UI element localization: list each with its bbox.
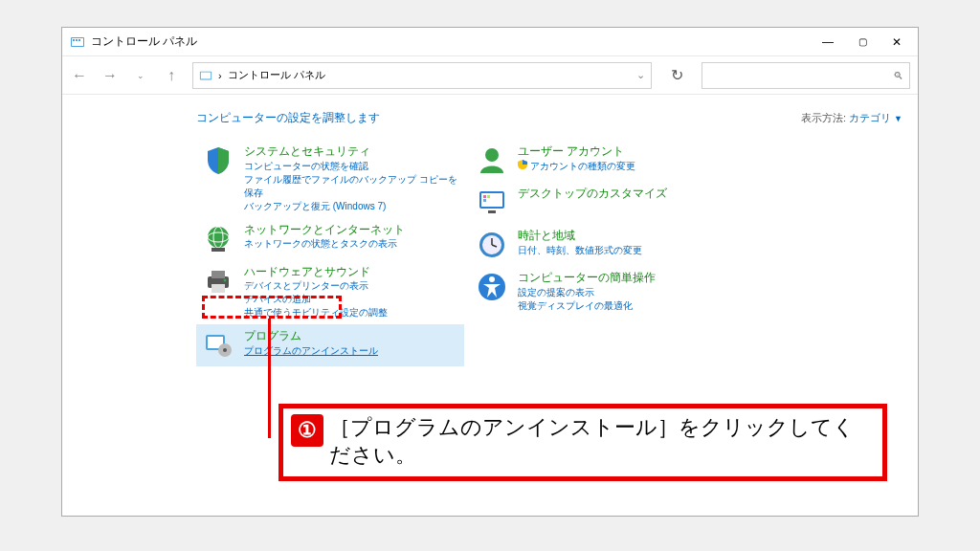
category-ease-of-access: コンピューターの簡単操作 設定の提案の表示 視覚ディスプレイの最適化 <box>470 266 738 318</box>
window-title: コントロール パネル <box>91 33 811 50</box>
close-button[interactable] <box>880 29 914 55</box>
svg-rect-3 <box>76 39 78 41</box>
uac-shield-icon <box>518 160 527 173</box>
category-title[interactable]: ネットワークとインターネット <box>244 223 458 238</box>
category-clock-region: 時計と地域 日付、時刻、数値形式の変更 <box>470 224 738 266</box>
category-title[interactable]: ユーザー アカウント <box>518 144 732 160</box>
minimize-button[interactable] <box>811 29 845 55</box>
category-title[interactable]: プログラム <box>244 329 458 344</box>
navbar: ← → ⌄ ↑ › コントロール パネル ⌄ ↻ 🔍︎ <box>62 56 918 95</box>
printer-icon <box>202 265 234 298</box>
up-button[interactable]: ↑ <box>162 66 181 85</box>
clock-icon <box>476 229 508 261</box>
svg-rect-6 <box>201 72 212 78</box>
sublink[interactable]: 日付、時刻、数値形式の変更 <box>518 244 732 257</box>
right-column: ユーザー アカウント アカウントの種類の変更 デス <box>470 140 738 366</box>
svg-rect-4 <box>78 39 80 41</box>
globe-icon <box>202 223 234 255</box>
programs-icon <box>202 329 234 362</box>
maximize-button[interactable] <box>845 29 880 55</box>
sublink[interactable]: 共通で使うモビリティ設定の調整 <box>244 306 458 320</box>
instruction-overlay: ① ［プログラムのアンインストール］をクリックしてください。 <box>278 404 887 481</box>
category-title[interactable]: システムとセキュリティ <box>244 144 458 160</box>
sublink[interactable]: バックアップと復元 (Windows 7) <box>244 200 458 213</box>
callout-connector-line <box>268 319 271 438</box>
sublink[interactable]: 視覚ディスプレイの最適化 <box>518 299 732 313</box>
page-title: コンピューターの設定を調整します <box>196 110 801 126</box>
sublink[interactable]: ファイル履歴でファイルのバックアップ コピーを保存 <box>244 173 458 200</box>
sublink[interactable]: ネットワークの状態とタスクの表示 <box>244 237 458 251</box>
recent-button[interactable]: ⌄ <box>131 66 150 85</box>
forward-button[interactable]: → <box>100 66 120 85</box>
sublink[interactable]: デバイスの追加 <box>244 293 458 306</box>
category-user-accounts: ユーザー アカウント アカウントの種類の変更 <box>470 140 738 182</box>
svg-rect-24 <box>483 199 486 202</box>
view-mode-dropdown[interactable]: カテゴリ ▼ <box>849 112 902 123</box>
svg-rect-13 <box>212 284 225 293</box>
refresh-button[interactable]: ↻ <box>663 62 690 89</box>
instruction-text: ［プログラムのアンインストール］をクリックしてください。 <box>329 414 873 469</box>
breadcrumb-item[interactable]: コントロール パネル <box>228 68 325 82</box>
svg-rect-25 <box>488 210 496 213</box>
category-programs: プログラム プログラムのアンインストール <box>196 324 464 366</box>
monitor-icon <box>476 187 508 219</box>
category-title[interactable]: ハードウェアとサウンド <box>244 265 458 280</box>
svg-rect-22 <box>483 195 486 198</box>
svg-rect-23 <box>487 195 490 198</box>
sublink[interactable]: 設定の提案の表示 <box>518 286 732 299</box>
svg-rect-12 <box>212 271 225 278</box>
category-desktop-customize: デスクトップのカスタマイズ <box>470 182 738 224</box>
category-network-internet: ネットワークとインターネット ネットワークの状態とタスクの表示 <box>196 218 464 260</box>
view-mode: 表示方法: カテゴリ ▼ <box>801 111 902 125</box>
svg-point-14 <box>224 278 227 281</box>
step-number-badge: ① <box>291 414 323 447</box>
svg-point-31 <box>489 276 495 282</box>
accessibility-icon <box>476 271 508 303</box>
category-hardware-sound: ハードウェアとサウンド デバイスとプリンターの表示 デバイスの追加 共通で使うモ… <box>196 260 464 325</box>
svg-point-18 <box>223 348 227 352</box>
titlebar: コントロール パネル <box>62 28 918 56</box>
breadcrumb-dropdown-icon[interactable]: ⌄ <box>636 69 645 81</box>
shield-icon <box>202 144 234 177</box>
sublink[interactable]: アカウントの種類の変更 <box>518 160 732 173</box>
svg-point-7 <box>208 227 229 248</box>
address-bar[interactable]: › コントロール パネル ⌄ <box>192 62 652 89</box>
search-icon: 🔍︎ <box>893 70 903 81</box>
category-title[interactable]: デスクトップのカスタマイズ <box>518 187 732 202</box>
svg-rect-10 <box>212 248 225 252</box>
back-button[interactable]: ← <box>70 66 89 85</box>
category-title[interactable]: コンピューターの簡単操作 <box>518 271 732 286</box>
sublink[interactable]: デバイスとプリンターの表示 <box>244 279 458 293</box>
user-icon <box>476 144 508 177</box>
breadcrumb-sep: › <box>218 70 222 81</box>
svg-point-19 <box>485 148 499 162</box>
sublink[interactable]: コンピューターの状態を確認 <box>244 160 458 173</box>
search-input[interactable]: 🔍︎ <box>702 62 910 89</box>
left-column: システムとセキュリティ コンピューターの状態を確認 ファイル履歴でファイルのバッ… <box>196 140 464 366</box>
sublink-uninstall-program[interactable]: プログラムのアンインストール <box>244 344 458 358</box>
control-panel-icon <box>70 34 85 50</box>
breadcrumb-icon <box>199 69 212 82</box>
svg-rect-2 <box>73 39 75 41</box>
category-system-security: システムとセキュリティ コンピューターの状態を確認 ファイル履歴でファイルのバッ… <box>196 140 464 218</box>
category-title[interactable]: 時計と地域 <box>518 229 732 244</box>
view-mode-label: 表示方法: <box>801 112 849 123</box>
